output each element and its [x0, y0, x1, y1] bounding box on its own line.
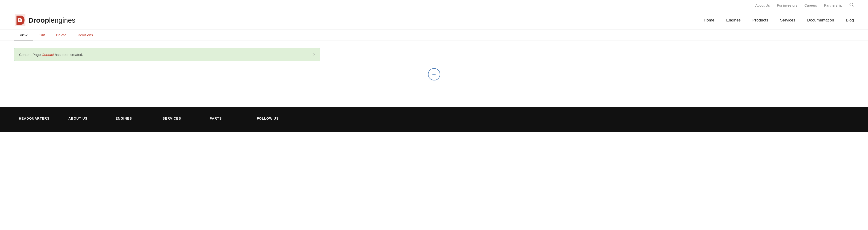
footer-services-col: Services	[162, 117, 191, 123]
tab-edit[interactable]: Edit	[33, 30, 51, 41]
main-nav: Home Engines Products Services Documenta…	[704, 18, 854, 23]
add-button-container: +	[14, 61, 854, 88]
alert-message: Content Page Contact has been created.	[19, 53, 83, 57]
nav-engines[interactable]: Engines	[726, 18, 741, 23]
tab-view[interactable]: View	[14, 30, 33, 41]
search-icon-button[interactable]	[849, 2, 854, 8]
footer-parts-col: Parts	[210, 117, 238, 123]
topbar-careers[interactable]: Careers	[804, 3, 817, 7]
search-icon	[849, 2, 854, 7]
svg-point-4	[19, 20, 20, 21]
add-content-button[interactable]: +	[428, 68, 440, 81]
topbar-partnership[interactable]: Partnership	[824, 3, 842, 7]
top-bar: About Us For investors Careers Partnersh…	[0, 0, 868, 11]
footer-hq-heading: HEADQUARTERS	[19, 117, 50, 120]
footer-services-heading: Services	[162, 117, 191, 120]
alert-contact-link: Contact	[42, 53, 54, 57]
logo-text: Drooplengines	[28, 16, 75, 24]
tab-revisions[interactable]: Revisions	[72, 30, 98, 41]
tab-bar: View Edit Delete Revisions	[0, 30, 868, 41]
logo-link[interactable]: Drooplengines	[14, 14, 75, 27]
nav-blog[interactable]: Blog	[846, 18, 854, 23]
alert-close-button[interactable]: ×	[313, 52, 315, 57]
nav-home[interactable]: Home	[704, 18, 714, 23]
main-content: Content Page Contact has been created. ×…	[0, 41, 868, 107]
header: Drooplengines Home Engines Products Serv…	[0, 11, 868, 30]
footer-engines-heading: Engines	[116, 117, 144, 120]
footer-about-heading: About Us	[68, 117, 97, 120]
footer-follow-heading: Follow us	[257, 117, 285, 120]
tab-delete[interactable]: Delete	[51, 30, 72, 41]
footer-headquarters: HEADQUARTERS	[19, 117, 50, 123]
logo-icon	[14, 14, 26, 27]
footer: HEADQUARTERS About Us Engines Services P…	[0, 107, 868, 132]
topbar-for-investors[interactable]: For investors	[777, 3, 797, 7]
nav-documentation[interactable]: Documentation	[807, 18, 834, 23]
footer-parts-heading: Parts	[210, 117, 238, 120]
topbar-about-us[interactable]: About Us	[755, 3, 770, 7]
footer-about-col: About Us	[68, 117, 97, 123]
svg-line-1	[852, 6, 854, 7]
nav-products[interactable]: Products	[752, 18, 768, 23]
footer-engines-col: Engines	[116, 117, 144, 123]
success-alert: Content Page Contact has been created. ×	[14, 48, 320, 61]
nav-services[interactable]: Services	[780, 18, 795, 23]
footer-follow-col: Follow us	[257, 117, 285, 123]
